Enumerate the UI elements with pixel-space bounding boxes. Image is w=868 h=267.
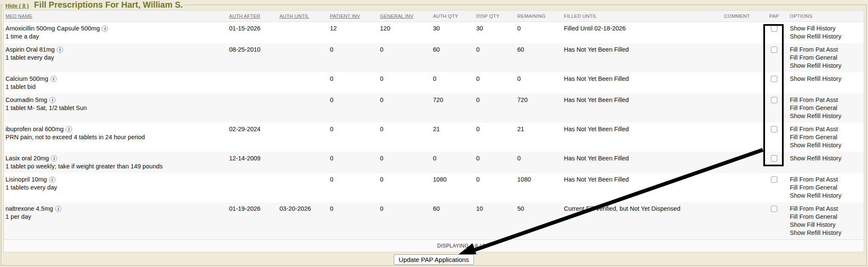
auth-qty-cell: 720: [430, 94, 473, 123]
option-link-fill-from-general[interactable]: Fill From General: [790, 54, 864, 62]
med-sig: 1 tablet bid: [6, 83, 226, 91]
auth-until-cell: [276, 94, 327, 123]
option-link-fill-from-pat-asst[interactable]: Fill From Pat Asst: [790, 46, 864, 54]
auth-until-cell: [276, 43, 327, 72]
pap-checkbox[interactable]: [771, 76, 777, 82]
option-link-fill-from-general[interactable]: Fill From General: [790, 213, 864, 221]
general-inv-cell: 0: [377, 152, 430, 173]
auth-after-cell: 01-19-2026: [226, 202, 276, 240]
hide-link[interactable]: Hide ( 8 ): [6, 3, 29, 9]
column-header-label[interactable]: PATIENT INV: [330, 14, 360, 19]
info-icon[interactable]: i: [66, 126, 72, 132]
column-header-filled-until: FILLED UNTIL: [561, 11, 721, 22]
filled-until-cell: Has Not Yet Been Filled: [561, 43, 721, 72]
update-pap-button[interactable]: Update PAP Applications: [394, 254, 474, 265]
comment-cell: [721, 22, 762, 44]
info-icon[interactable]: i: [50, 76, 57, 82]
column-header-disp-qty: DISP QTY: [473, 11, 514, 22]
general-inv-cell: 0: [377, 202, 430, 240]
option-link-show-refill-history[interactable]: Show Refill History: [790, 33, 864, 41]
patient-inv-cell: 0: [327, 43, 377, 72]
column-header-med-name[interactable]: MED NAME: [4, 11, 226, 22]
general-inv-cell: 0: [377, 173, 430, 202]
option-link-show-refill-history[interactable]: Show Refill History: [790, 112, 864, 120]
option-link-fill-from-pat-asst[interactable]: Fill From Pat Asst: [790, 205, 864, 213]
med-sig: 1 tablet M- Sat, 1/2 tablet Sun: [6, 104, 226, 112]
option-link-show-refill-history[interactable]: Show Refill History: [790, 154, 864, 162]
option-link-fill-from-pat-asst[interactable]: Fill From Pat Asst: [790, 176, 864, 184]
column-header-pap: PAP: [762, 11, 787, 22]
remaining-cell: 50: [514, 202, 561, 240]
pap-checkbox[interactable]: [771, 176, 777, 183]
auth-until-cell: [276, 123, 327, 152]
general-inv-cell: 0: [377, 72, 430, 94]
auth-after-cell: [226, 173, 276, 202]
info-icon[interactable]: i: [49, 97, 56, 103]
info-icon[interactable]: i: [102, 25, 108, 32]
pap-cell: [762, 72, 787, 94]
options-cell: Fill From Pat AsstFill From GeneralShow …: [787, 123, 864, 152]
option-link-fill-from-pat-asst[interactable]: Fill From Pat Asst: [790, 125, 864, 133]
column-header-general-inv[interactable]: GENERAL INV: [377, 11, 430, 22]
pap-checkbox[interactable]: [771, 206, 777, 212]
option-link-show-refill-history[interactable]: Show Refill History: [790, 229, 864, 237]
patient-inv-cell: 0: [327, 202, 377, 240]
column-header-label: OPTIONS: [790, 14, 812, 19]
column-header-label[interactable]: AUTH UNTIL: [280, 14, 309, 19]
info-icon[interactable]: i: [57, 47, 63, 53]
general-inv-cell: 0: [377, 43, 430, 72]
column-header-auth-qty: AUTH QTY: [430, 11, 473, 22]
option-link-show-refill-history[interactable]: Show Refill History: [790, 141, 864, 149]
column-header-label[interactable]: GENERAL INV: [380, 14, 414, 19]
med-name-cell: Amoxicillin 500mg Capsule 500mgi1 time a…: [4, 22, 226, 44]
filled-until-cell: Has Not Yet Been Filled: [561, 152, 721, 173]
med-sig: 1 tablet po weekly; take if weight great…: [6, 162, 226, 171]
med-name-cell: Lasix oral 20mgi1 tablet po weekly; take…: [4, 152, 226, 173]
info-icon[interactable]: i: [51, 155, 57, 162]
comment-cell: [721, 202, 762, 240]
auth-qty-cell: 60: [430, 43, 473, 72]
disp-qty-cell: 0: [473, 152, 514, 173]
option-link-show-refill-history[interactable]: Show Refill History: [790, 192, 864, 200]
header-row: MED NAMEAUTH AFTERAUTH UNTILPATIENT INVG…: [4, 11, 864, 22]
option-link-fill-from-general[interactable]: Fill From General: [790, 133, 864, 141]
options-cell: Fill From Pat AsstFill From GeneralShow …: [787, 173, 864, 202]
column-header-auth-until[interactable]: AUTH UNTIL: [276, 11, 327, 22]
auth-qty-cell: 21: [430, 123, 473, 152]
option-link-show-fill-history[interactable]: Show Fill History: [790, 221, 864, 229]
disp-qty-cell: 10: [473, 202, 514, 240]
column-header-auth-after[interactable]: AUTH AFTER: [226, 11, 276, 22]
column-header-label[interactable]: MED NAME: [6, 14, 33, 19]
comment-cell: [721, 94, 762, 123]
option-link-fill-from-pat-asst[interactable]: Fill From Pat Asst: [790, 96, 864, 104]
auth-after-cell: 12-14-2009: [226, 152, 276, 173]
option-link-show-fill-history[interactable]: Show Fill History: [790, 25, 864, 33]
med-sig: PRN pain, not to exceed 4 tablets in 24 …: [6, 133, 226, 141]
option-link-show-refill-history[interactable]: Show Refill History: [790, 75, 864, 83]
med-name: Aspirin Oral 81mg: [6, 46, 55, 53]
column-header-label[interactable]: AUTH AFTER: [229, 14, 261, 19]
pap-checkbox[interactable]: [771, 25, 777, 32]
info-icon[interactable]: i: [55, 206, 61, 212]
option-link-fill-from-general[interactable]: Fill From General: [790, 104, 864, 112]
column-header-patient-inv[interactable]: PATIENT INV: [327, 11, 377, 22]
med-sig: 1 tablet every day: [6, 54, 226, 62]
pap-cell: [762, 173, 787, 202]
option-link-fill-from-general[interactable]: Fill From General: [790, 184, 864, 192]
column-header-label: PAP: [769, 14, 779, 19]
table-row: Lisinopril 10mgi1 tablets every day00108…: [4, 173, 864, 202]
info-icon[interactable]: i: [49, 176, 56, 183]
option-link-show-refill-history[interactable]: Show Refill History: [790, 62, 864, 70]
pap-checkbox[interactable]: [771, 47, 777, 53]
table-body: Amoxicillin 500mg Capsule 500mgi1 time a…: [4, 22, 864, 240]
pap-checkbox[interactable]: [771, 97, 777, 103]
remaining-cell: 60: [514, 43, 561, 72]
table-row: naltrexone 4.5mgi1 per day01-19-202603-2…: [4, 202, 864, 240]
table-row: Calcium 500mgi1 tablet bid00000Has Not Y…: [4, 72, 864, 94]
column-header-label: REMAINING: [517, 14, 546, 19]
pap-checkbox[interactable]: [771, 155, 777, 162]
auth-after-cell: 08-25-2010: [226, 43, 276, 72]
auth-qty-cell: 0: [430, 72, 473, 94]
auth-qty-cell: 1080: [430, 173, 473, 202]
pap-checkbox[interactable]: [771, 126, 777, 132]
